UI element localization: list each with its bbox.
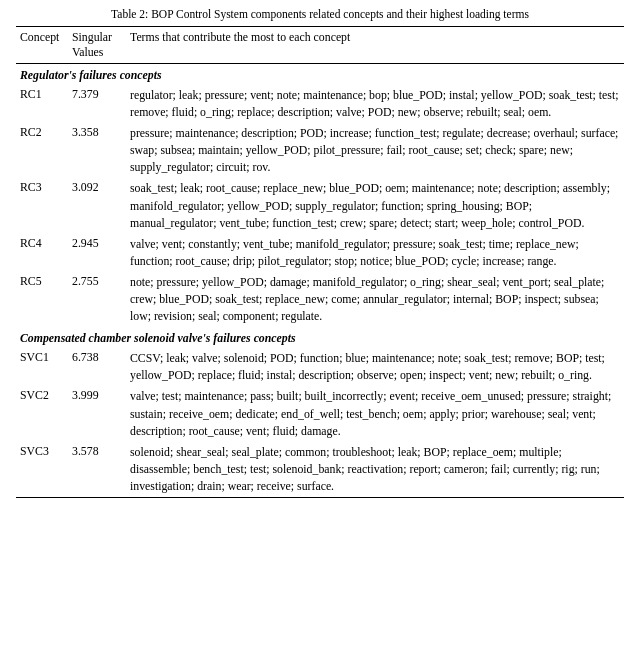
singular-value: 6.738 — [68, 348, 126, 386]
terms-text: solenoid; shear_seal; seal_plate; common… — [126, 442, 624, 498]
table-row: SVC16.738CCSV; leak; valve; solenoid; PO… — [16, 348, 624, 386]
header-concept: Concept — [16, 27, 68, 64]
section-header-row: Compensated chamber solenoid valve's fai… — [16, 327, 624, 348]
concept-id: RC4 — [16, 234, 68, 272]
terms-text: soak_test; leak; root_cause; replace_new… — [126, 178, 624, 233]
concept-id: RC1 — [16, 85, 68, 123]
singular-value: 2.945 — [68, 234, 126, 272]
terms-text: valve; test; maintenance; pass; built; b… — [126, 386, 624, 441]
terms-text: note; pressure; yellow_POD; damage; mani… — [126, 272, 624, 327]
singular-value: 7.379 — [68, 85, 126, 123]
concept-id: SVC3 — [16, 442, 68, 498]
table-row: SVC33.578solenoid; shear_seal; seal_plat… — [16, 442, 624, 498]
table-caption: Table 2: BOP Control System components r… — [16, 8, 624, 20]
header-terms: Terms that contribute the most to each c… — [126, 27, 624, 64]
header-singular: Singular Values — [68, 27, 126, 64]
concept-id: RC3 — [16, 178, 68, 233]
singular-value: 3.358 — [68, 123, 126, 178]
singular-value: 3.092 — [68, 178, 126, 233]
terms-text: valve; vent; constantly; vent_tube; mani… — [126, 234, 624, 272]
table-row: RC17.379regulator; leak; pressure; vent;… — [16, 85, 624, 123]
singular-value: 2.755 — [68, 272, 126, 327]
concept-id: SVC1 — [16, 348, 68, 386]
table-row: RC33.092soak_test; leak; root_cause; rep… — [16, 178, 624, 233]
section-header-label: Regulator's failures concepts — [16, 64, 624, 86]
section-header-label: Compensated chamber solenoid valve's fai… — [16, 327, 624, 348]
table-row: RC23.358pressure; maintenance; descripti… — [16, 123, 624, 178]
singular-value: 3.578 — [68, 442, 126, 498]
table-row: RC42.945valve; vent; constantly; vent_tu… — [16, 234, 624, 272]
table-row: SVC23.999valve; test; maintenance; pass;… — [16, 386, 624, 441]
terms-text: CCSV; leak; valve; solenoid; POD; functi… — [126, 348, 624, 386]
concept-id: RC2 — [16, 123, 68, 178]
terms-text: regulator; leak; pressure; vent; note; m… — [126, 85, 624, 123]
concept-id: RC5 — [16, 272, 68, 327]
singular-value: 3.999 — [68, 386, 126, 441]
terms-text: pressure; maintenance; description; POD;… — [126, 123, 624, 178]
section-header-row: Regulator's failures concepts — [16, 64, 624, 86]
concept-id: SVC2 — [16, 386, 68, 441]
table-row: RC52.755note; pressure; yellow_POD; dama… — [16, 272, 624, 327]
